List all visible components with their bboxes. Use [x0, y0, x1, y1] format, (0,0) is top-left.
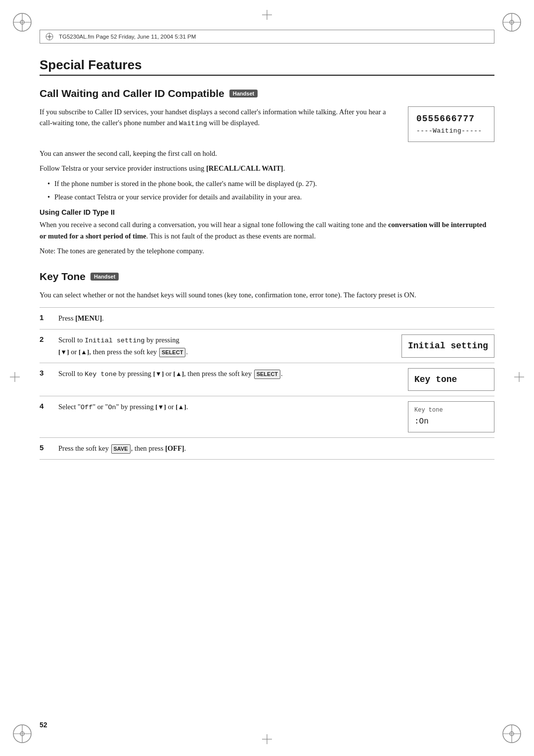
step-3-display: Key tone — [408, 368, 494, 391]
step-3-close: . — [281, 370, 283, 378]
step-4-number: 4 — [40, 401, 50, 410]
step-3-code: Key tone — [85, 371, 117, 378]
step-4-end: " by pressing — [116, 403, 156, 411]
bullet-item-1: If the phone number is stored in the pho… — [47, 178, 494, 189]
step-4-close: . — [186, 403, 188, 411]
step-3-text: Scroll to — [58, 370, 85, 378]
step-4-code2: On — [108, 404, 116, 411]
phone-display-waiting: ----Waiting----- — [416, 126, 486, 137]
step-2-end: , then press the soft key — [89, 348, 159, 356]
step-4-middle: " or " — [92, 403, 108, 411]
recall-text: Follow Telstra or your service provider … — [40, 163, 494, 174]
step-5-row: 5 Press the soft key SAVE, then press [O… — [40, 438, 494, 459]
step-2-text: Scroll to — [58, 336, 85, 344]
print-header-crosshair-icon — [45, 32, 54, 41]
step-2-row: 2 Scroll to Initial setting by pressing … — [40, 330, 494, 363]
step-1-rest: . — [102, 314, 104, 322]
intro-paragraph: If you subscribe to Caller ID services, … — [40, 106, 398, 129]
recall-end: . — [283, 164, 285, 172]
call-waiting-heading: Call Waiting and Caller ID Compatible Ha… — [40, 88, 494, 99]
intro-code: Waiting — [179, 120, 207, 127]
step-1-text: Press — [58, 314, 75, 322]
edge-crosshair-bottom — [261, 733, 273, 747]
step-5-content: Press the soft key SAVE, then press [OFF… — [58, 443, 494, 454]
step-2-nav-or: or — [69, 348, 79, 356]
key-tone-heading: Key Tone Handset — [40, 271, 494, 283]
key-tone-title: Key Tone — [40, 271, 86, 283]
step-4-nav-down: [▼] — [155, 403, 166, 411]
step-1-content: Press [MENU]. — [58, 313, 494, 324]
step-3-number: 3 — [40, 368, 50, 377]
corner-decoration-br — [499, 721, 524, 746]
call-waiting-description: If you subscribe to Caller ID services, … — [40, 106, 398, 142]
intro-end: will be displayed. — [207, 119, 260, 127]
caller-id-type-ii-heading: Using Caller ID Type II — [40, 208, 494, 216]
corner-decoration-bl — [10, 721, 35, 746]
key-tone-description: You can select whether or not the handse… — [40, 289, 494, 300]
step-5-text: Press the soft key — [58, 444, 111, 452]
call-waiting-section: Call Waiting and Caller ID Compatible Ha… — [40, 88, 494, 257]
recall-line: Follow Telstra or your service provider … — [40, 164, 206, 172]
step-3-row: 3 Scroll to Key tone by pressing [▼] or … — [40, 363, 494, 397]
step-2-key-badge: SELECT — [159, 348, 185, 357]
steps-container: 1 Press [MENU]. 2 Scroll to Initial sett… — [40, 307, 494, 459]
step-3-nav-down: [▼] — [153, 370, 164, 378]
step-4-display-label: Key tone — [414, 406, 488, 415]
edge-crosshair-right — [513, 371, 525, 385]
step-2-close: . — [186, 348, 188, 356]
edge-crosshair-left — [9, 371, 21, 385]
step-4-code1: Off — [81, 404, 92, 411]
step-4-text: Select " — [58, 403, 81, 411]
second-call-text: You can answer the second call, keeping … — [40, 148, 494, 159]
step-5-bold-end: [OFF] — [165, 444, 184, 452]
print-header: TG5230AL.fm Page 52 Friday, June 11, 200… — [40, 30, 494, 44]
step-2-content: Scroll to Initial setting by pressing [▼… — [58, 334, 394, 357]
step-3-end: , then press the soft key — [184, 370, 254, 378]
step-1-bold: [MENU] — [75, 314, 102, 322]
handset-badge-call-waiting: Handset — [229, 90, 258, 97]
key-tone-section: Key Tone Handset You can select whether … — [40, 271, 494, 460]
page-container: TG5230AL.fm Page 52 Friday, June 11, 200… — [0, 0, 534, 756]
step-4-nav-up: [▲] — [176, 403, 186, 411]
corner-decoration-tr — [499, 10, 524, 35]
handset-badge-key-tone: Handset — [90, 273, 119, 281]
step-2-display: Initial setting — [401, 334, 494, 358]
recall-key: [RECALL/CALL WAIT] — [206, 164, 283, 172]
step-2-middle: by pressing — [145, 336, 179, 344]
step-4-nav-or: or — [166, 403, 176, 411]
call-waiting-title: Call Waiting and Caller ID Compatible — [40, 88, 224, 99]
step-1-number: 1 — [40, 313, 50, 322]
step-5-close: . — [184, 444, 186, 452]
step-3-nav-up: [▲] — [174, 370, 184, 378]
step-5-number: 5 — [40, 443, 50, 452]
sub-text-1: When you receive a second call during a … — [40, 221, 388, 229]
step-4-display: Key tone :On — [408, 401, 494, 432]
step-3-key-badge: SELECT — [254, 370, 280, 379]
step-4-display-value: :On — [414, 416, 488, 428]
step-3-nav-or: or — [164, 370, 173, 378]
note-line: Note: The tones are generated by the tel… — [40, 245, 494, 256]
page-number: 52 — [40, 721, 47, 729]
step-2-code: Initial setting — [85, 337, 145, 344]
sub-text-2: . This is not fault of the product as th… — [146, 232, 316, 240]
step-3-middle: by pressing — [117, 370, 153, 378]
step-3-display-text: Key tone — [414, 375, 457, 384]
step-3-content: Scroll to Key tone by pressing [▼] or [▲… — [58, 368, 400, 380]
bullet-list: If the phone number is stored in the pho… — [47, 178, 494, 203]
corner-decoration-tl — [10, 10, 35, 35]
step-2-nav-down: [▼] — [58, 348, 69, 356]
call-waiting-body: If you subscribe to Caller ID services, … — [40, 106, 494, 142]
print-info-text: TG5230AL.fm Page 52 Friday, June 11, 200… — [59, 34, 196, 40]
page-title: Special Features — [40, 57, 494, 76]
step-2-number: 2 — [40, 334, 50, 343]
step-5-key-badge: SAVE — [111, 444, 131, 454]
step-5-end: , then press — [131, 444, 165, 452]
step-4-content: Select "Off" or "On" by pressing [▼] or … — [58, 401, 400, 413]
caller-id-type-ii-text: When you receive a second call during a … — [40, 219, 494, 241]
phone-display-number: 0555666777 — [416, 112, 486, 126]
step-4-row: 4 Select "Off" or "On" by pressing [▼] o… — [40, 396, 494, 438]
step-2-nav-up: [▲] — [79, 348, 89, 356]
bullet-item-2: Please contact Telstra or your service p… — [47, 191, 494, 202]
edge-crosshair-top — [261, 9, 273, 23]
phone-display-box: 0555666777 ----Waiting----- — [408, 106, 494, 142]
